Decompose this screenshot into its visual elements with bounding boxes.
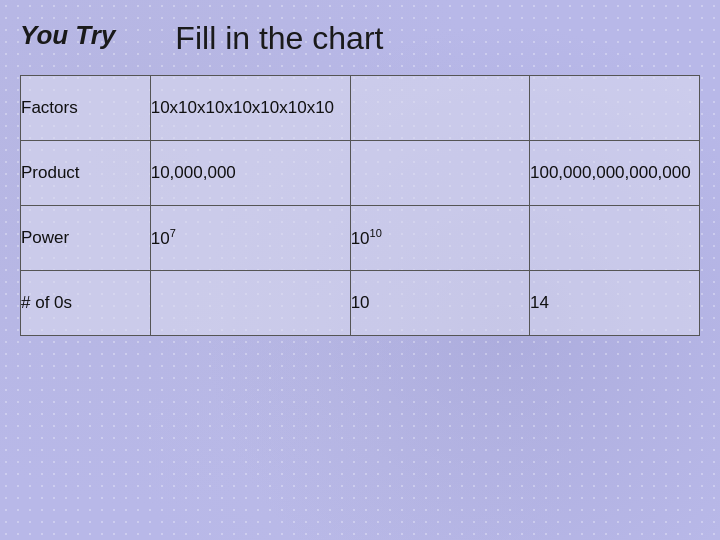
power-exp-1: 7: [170, 227, 176, 239]
cell-zeros-col3: 10: [350, 271, 529, 336]
power-base-1: 10: [151, 229, 170, 248]
table-row: Power 107 1010: [21, 206, 700, 271]
table-row: Product 10,000,000 100,000,000,000,000: [21, 141, 700, 206]
row-label-factors: Factors: [21, 76, 151, 141]
page-container: You Try Fill in the chart Factors 10x10x…: [0, 0, 720, 356]
you-try-label: You Try: [20, 20, 115, 51]
chart-title: Fill in the chart: [175, 20, 383, 57]
cell-power-col4: [530, 206, 700, 271]
cell-factors-col2: 10x10x10x10x10x10x10: [150, 76, 350, 141]
cell-zeros-col2: [150, 271, 350, 336]
row-label-power: Power: [21, 206, 151, 271]
cell-factors-col4: [530, 76, 700, 141]
cell-product-col2: 10,000,000: [150, 141, 350, 206]
row-label-zeros: # of 0s: [21, 271, 151, 336]
cell-product-col4: 100,000,000,000,000: [530, 141, 700, 206]
cell-zeros-col4: 14: [530, 271, 700, 336]
power-base-2: 10: [351, 229, 370, 248]
header-area: You Try Fill in the chart: [20, 20, 700, 57]
row-label-product: Product: [21, 141, 151, 206]
table-row: # of 0s 10 14: [21, 271, 700, 336]
cell-product-col3: [350, 141, 529, 206]
cell-power-col2: 107: [150, 206, 350, 271]
cell-factors-col3: [350, 76, 529, 141]
power-exp-2: 10: [370, 227, 382, 239]
cell-power-col3: 1010: [350, 206, 529, 271]
chart-table: Factors 10x10x10x10x10x10x10 Product 10,…: [20, 75, 700, 336]
table-row: Factors 10x10x10x10x10x10x10: [21, 76, 700, 141]
